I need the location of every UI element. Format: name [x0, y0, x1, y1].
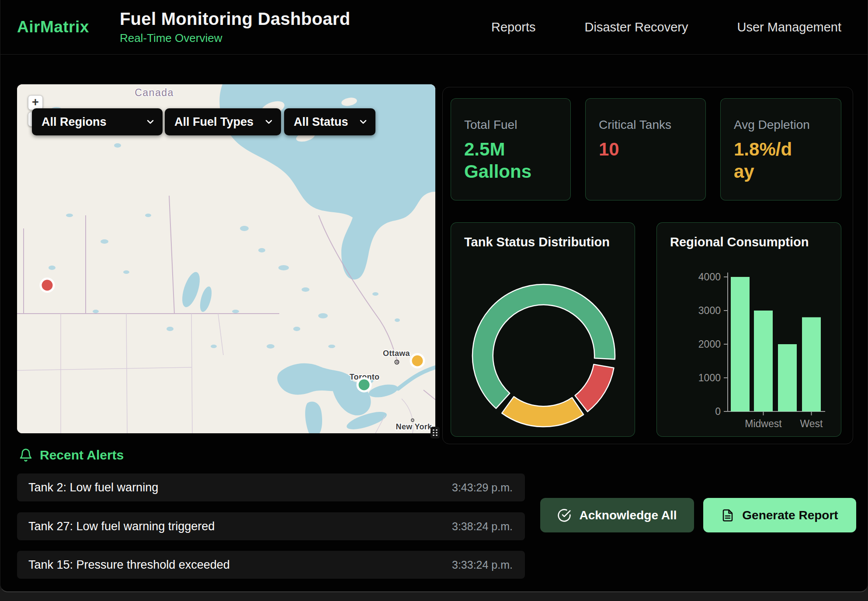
bell-icon — [19, 448, 33, 462]
fuel-type-filter-dropdown[interactable]: All Fuel Types — [165, 108, 281, 135]
map-zoom-in-button[interactable]: + — [28, 95, 43, 110]
x-axis-category-label: West — [800, 418, 823, 429]
x-axis-category-label: Midwest — [745, 418, 782, 429]
acknowledge-all-button[interactable]: Acknowledge All — [540, 498, 694, 532]
map-canvas[interactable]: Canada Ottawa Toronto New York — [17, 84, 435, 433]
stat-value: 2.5M Gallons — [464, 138, 543, 183]
nav-reports[interactable]: Reports — [491, 20, 536, 35]
tank-status-donut-chart — [451, 223, 635, 437]
map-label-new-york: New York — [396, 422, 432, 431]
stat-card-critical-tanks: Critical Tanks 10 — [585, 98, 706, 200]
stat-value: 10 — [599, 138, 705, 160]
stat-value: 1.8%/day — [734, 138, 799, 183]
regional-consumption-bar-chart: 01000200030004000MidwestWest — [657, 223, 842, 437]
fuel-type-filter-value: All Fuel Types — [174, 115, 253, 129]
region-filter-value: All Regions — [42, 115, 107, 129]
stat-label: Avg Depletion — [734, 118, 841, 132]
alerts-heading-text: Recent Alerts — [40, 448, 124, 463]
consumption-bar — [802, 317, 821, 411]
alerts-heading: Recent Alerts — [19, 448, 124, 463]
app-frame: AirMatrix Fuel Monitoring Dashboard Real… — [0, 0, 868, 592]
nav-disaster-recovery[interactable]: Disaster Recovery — [585, 20, 688, 35]
stat-card-total-fuel: Total Fuel 2.5M Gallons — [451, 98, 571, 200]
alert-message: Tank 15: Pressure threshold exceeded — [28, 558, 230, 572]
tank-status-chart-card: Tank Status Distribution — [451, 222, 635, 437]
alert-timestamp: 3:33:24 p.m. — [452, 559, 513, 571]
stat-card-avg-depletion: Avg Depletion 1.8%/day — [720, 98, 841, 200]
tank-marker-warning[interactable] — [411, 354, 424, 367]
donut-segment-critical — [575, 364, 614, 411]
y-axis-tick-label: 2000 — [698, 338, 721, 350]
alert-row: Tank 2: Low fuel warning 3:43:29 p.m. — [17, 473, 525, 501]
generate-report-button[interactable]: Generate Report — [703, 498, 856, 532]
check-circle-icon — [557, 508, 571, 522]
y-axis-tick-label: 3000 — [698, 305, 721, 316]
file-text-icon — [721, 509, 734, 522]
regional-consumption-chart-card: Regional Consumption 01000200030004000Mi… — [656, 222, 841, 437]
status-filter-dropdown[interactable]: All Status — [284, 108, 375, 135]
y-axis-tick-label: 1000 — [698, 372, 721, 383]
alert-row: Tank 27: Low fuel warning triggered 3:38… — [17, 512, 525, 540]
consumption-bar — [731, 277, 750, 411]
consumption-bar — [754, 311, 773, 411]
map-label-ottawa: Ottawa — [383, 349, 410, 358]
generate-report-label: Generate Report — [742, 508, 838, 522]
map-resize-handle[interactable] — [431, 427, 440, 439]
header: AirMatrix Fuel Monitoring Dashboard Real… — [0, 0, 868, 55]
status-filter-value: All Status — [294, 115, 348, 129]
nav-user-management[interactable]: User Management — [737, 20, 841, 35]
map-label-canada: Canada — [135, 87, 174, 98]
page-title: Fuel Monitoring Dashboard — [120, 9, 350, 29]
chevron-down-icon — [264, 117, 274, 127]
consumption-bar — [778, 344, 797, 411]
alert-timestamp: 3:43:29 p.m. — [452, 481, 513, 494]
alert-message: Tank 2: Low fuel warning — [28, 481, 158, 494]
main-nav: Reports Disaster Recovery User Managemen… — [491, 20, 841, 35]
page-subtitle: Real-Time Overview — [120, 31, 350, 45]
alert-message: Tank 27: Low fuel warning triggered — [28, 520, 215, 533]
chevron-down-icon — [358, 117, 368, 127]
alert-row: Tank 15: Pressure threshold exceeded 3:3… — [17, 551, 525, 579]
y-axis-tick-label: 4000 — [698, 271, 721, 283]
title-block: Fuel Monitoring Dashboard Real-Time Over… — [120, 9, 350, 45]
region-filter-dropdown[interactable]: All Regions — [32, 108, 163, 135]
alert-timestamp: 3:38:24 p.m. — [452, 520, 513, 533]
tank-marker-normal[interactable] — [358, 378, 371, 391]
donut-segment-warning — [502, 397, 583, 427]
acknowledge-all-label: Acknowledge All — [579, 508, 677, 522]
stat-label: Critical Tanks — [599, 118, 705, 132]
app-logo: AirMatrix — [17, 18, 89, 36]
map-panel[interactable]: Canada Ottawa Toronto New York + − All R… — [17, 84, 435, 433]
tank-marker-critical[interactable] — [41, 279, 54, 292]
stat-label: Total Fuel — [464, 118, 570, 132]
chevron-down-icon — [145, 117, 156, 127]
y-axis-tick-label: 0 — [715, 406, 721, 417]
